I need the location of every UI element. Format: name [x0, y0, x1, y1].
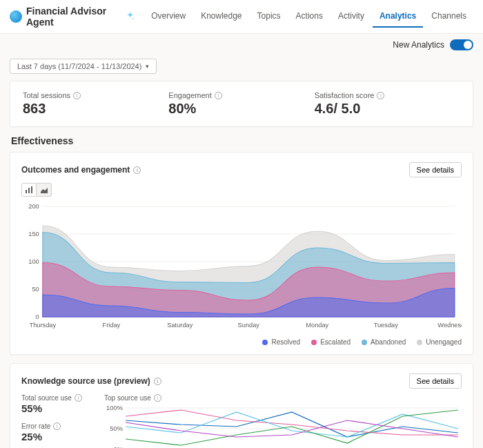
new-analytics-label: New Analytics — [393, 40, 444, 50]
nav-tabs: Overview Knowledge Topics Actions Activi… — [144, 6, 473, 28]
kpi-engagement-value: 80% — [168, 101, 314, 117]
info-icon[interactable]: i — [154, 378, 161, 385]
svg-text:0: 0 — [36, 313, 39, 320]
svg-rect-0 — [26, 190, 27, 193]
kpi-sessions: Total sessionsi 863 — [23, 91, 168, 117]
svg-text:Saturday: Saturday — [167, 322, 193, 329]
kpi-card: Total sessionsi 863 Engagementi 80% Sati… — [10, 81, 473, 127]
outcomes-card: Outcomes and engagementi See details 050… — [10, 152, 473, 355]
date-range-text: Last 7 days (11/7/2024 - 11/13/2024) — [17, 62, 141, 70]
kpi-engagement: Engagementi 80% — [168, 91, 314, 117]
svg-text:Thursday: Thursday — [30, 322, 57, 329]
svg-text:200: 200 — [28, 203, 39, 210]
svg-text:100: 100 — [28, 258, 39, 265]
tab-overview[interactable]: Overview — [144, 6, 193, 28]
info-icon[interactable]: i — [154, 394, 161, 402]
svg-text:Monday: Monday — [306, 322, 328, 329]
svg-text:Sunday: Sunday — [238, 322, 260, 329]
legend-item: Escalated — [311, 338, 351, 346]
info-icon[interactable]: i — [73, 92, 81, 99]
new-analytics-toggle[interactable] — [450, 39, 473, 50]
svg-text:100%: 100% — [106, 405, 123, 411]
outcomes-title: Outcomes and engagement — [21, 165, 130, 175]
tab-topics[interactable]: Topics — [250, 6, 288, 28]
info-icon[interactable]: i — [215, 92, 222, 99]
svg-text:Tuesday: Tuesday — [374, 322, 399, 329]
kpi-satisfaction-value: 4.6/ 5.0 — [315, 101, 460, 117]
ks-error-value: 25% — [21, 431, 90, 442]
toolbar: New Analytics — [0, 34, 483, 56]
outcomes-legend: Resolved Escalated Abandoned Unengaged — [21, 338, 462, 346]
ks-error-label: Error rate — [21, 422, 50, 430]
see-details-button[interactable]: See details — [409, 162, 462, 177]
date-range-selector[interactable]: Last 7 days (11/7/2024 - 11/13/2024) ▾ — [10, 59, 157, 74]
app-header: Financial Advisor Agent Overview Knowled… — [0, 0, 483, 34]
info-icon[interactable]: i — [377, 92, 384, 99]
ks-top-label: Top source use — [104, 394, 151, 402]
see-details-button[interactable]: See details — [409, 373, 462, 389]
info-icon[interactable]: i — [53, 422, 61, 430]
ks-title: Knowledge source use (preview) — [21, 376, 150, 386]
agent-logo-icon — [10, 10, 22, 23]
legend-item: Resolved — [262, 338, 300, 346]
kpi-sessions-label: Total sessions — [23, 91, 70, 99]
effectiveness-heading: Effectiveness — [11, 135, 473, 146]
tab-channels[interactable]: Channels — [424, 6, 473, 28]
ks-total-label: Total source use — [21, 394, 72, 402]
svg-rect-2 — [31, 186, 32, 193]
svg-text:150: 150 — [28, 231, 39, 237]
tab-actions[interactable]: Actions — [289, 6, 330, 28]
svg-text:Friday: Friday — [102, 322, 120, 329]
bar-view-button[interactable] — [21, 183, 37, 197]
area-view-button[interactable] — [37, 183, 52, 197]
ks-stats: Total source usei55% Error ratei25% Tota… — [21, 394, 90, 448]
chart-view-toggle — [21, 183, 462, 197]
legend-item: Unengaged — [417, 338, 462, 346]
chevron-down-icon: ▾ — [146, 63, 149, 70]
legend-item: Abandoned — [362, 338, 406, 346]
outcomes-chart: 050100150200ThursdayFridaySaturdaySunday… — [21, 199, 462, 333]
tab-activity[interactable]: Activity — [331, 6, 371, 28]
tab-analytics[interactable]: Analytics — [373, 6, 423, 28]
svg-text:Wednesday: Wednesday — [437, 322, 462, 329]
tab-knowledge[interactable]: Knowledge — [194, 6, 248, 28]
ks-total-value: 55% — [21, 402, 90, 414]
kpi-sessions-value: 863 — [23, 101, 168, 117]
svg-text:50%: 50% — [110, 425, 123, 432]
knowledge-source-card: Knowledge source use (preview)i See deta… — [10, 363, 473, 448]
info-icon[interactable]: i — [133, 166, 141, 174]
svg-rect-1 — [28, 188, 30, 193]
kpi-satisfaction-label: Satisfaction score — [315, 91, 375, 99]
svg-text:50: 50 — [32, 286, 39, 293]
sparkle-icon — [126, 11, 135, 22]
ks-chart: 0%50%100%ThursdayFridaySaturdaySundayMon… — [104, 405, 462, 448]
agent-title: Financial Advisor Agent — [26, 6, 119, 28]
kpi-satisfaction: Satisfaction scorei 4.6/ 5.0 — [315, 91, 460, 117]
info-icon[interactable]: i — [75, 394, 82, 402]
kpi-engagement-label: Engagement — [168, 91, 211, 99]
